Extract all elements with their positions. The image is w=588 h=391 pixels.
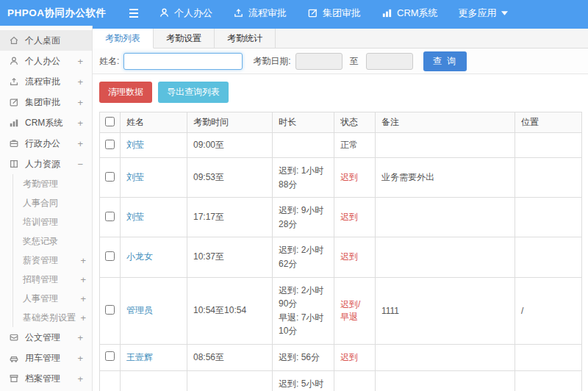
row-checkbox[interactable] <box>105 305 115 315</box>
hr-book-icon <box>9 159 19 169</box>
edit-square-icon <box>9 97 19 107</box>
table-row: 王壹辉 08:56至 迟到: 56分 迟到 <box>100 344 582 370</box>
employee-name-cell: 小龙女 <box>121 237 187 277</box>
row-checkbox[interactable] <box>105 140 115 149</box>
expand-icon[interactable]: + <box>77 274 86 285</box>
note-cell: 1111 <box>376 277 515 344</box>
expand-icon[interactable]: + <box>77 293 86 304</box>
select-all-cell <box>100 112 121 133</box>
topnav-item-label: 流程审批 <box>248 7 287 20</box>
sidebar-item-document-management[interactable]: 公文管理+ <box>0 327 92 348</box>
topnav-item-personal-office[interactable]: 个人办公 <box>148 0 223 26</box>
sidebar-item-human-resources[interactable]: 人力资源− <box>0 154 92 174</box>
row-checkbox-cell <box>100 133 121 158</box>
topnav-item-workflow-approval[interactable]: 流程审批 <box>223 0 297 26</box>
sidebar-item-label: 公文管理 <box>25 331 60 344</box>
table-header-row: 姓名 考勤时间 时长 状态 备注 位置 <box>100 112 582 133</box>
sidebar-item-personnel-contract[interactable]: 人事合同 <box>12 193 92 212</box>
date-from-input[interactable] <box>295 53 343 70</box>
location-cell <box>515 344 582 370</box>
sidebar-item-label: 奖惩记录 <box>23 235 58 248</box>
sidebar-item-label: 集团审批 <box>25 96 60 109</box>
location-cell: / <box>515 277 582 344</box>
sidebar-item-workflow-approval[interactable]: 流程审批+ <box>0 71 92 92</box>
status-cell: 迟到/早退 <box>334 277 376 344</box>
sidebar-item-recruitment-management[interactable]: 招聘管理+ <box>12 270 92 289</box>
employee-name-link[interactable]: 王壹辉 <box>126 352 153 362</box>
location-cell <box>515 133 582 158</box>
row-checkbox[interactable] <box>105 212 115 221</box>
expand-icon[interactable]: + <box>74 373 83 384</box>
expand-icon[interactable]: + <box>74 76 83 87</box>
sidebar-item-group-approval[interactable]: 集团审批+ <box>0 92 92 112</box>
expand-icon[interactable]: + <box>74 332 83 343</box>
sidebar-item-basic-category-settings[interactable]: 基础类别设置+ <box>12 308 92 327</box>
sidebar-item-label: 人力资源 <box>25 158 60 171</box>
expand-icon[interactable]: + <box>74 56 83 67</box>
collapse-icon[interactable]: − <box>74 159 83 170</box>
expand-icon[interactable]: + <box>74 138 83 149</box>
table-row: 小龙女 10:37至 迟到: 2小时62分 迟到 <box>100 237 582 277</box>
app-title: PHPOA协同办公软件 <box>0 7 119 20</box>
expand-icon[interactable]: + <box>74 353 83 364</box>
search-button[interactable]: 查 询 <box>423 51 467 71</box>
sidebar-item-label: 人事管理 <box>23 293 58 305</box>
topnav-item-crm-system[interactable]: CRM系统 <box>371 0 448 26</box>
attendance-time-cell: 09:53至 <box>187 158 273 198</box>
employee-name-link[interactable]: 刘莹 <box>126 140 144 150</box>
menu-toggle-icon[interactable] <box>119 8 148 18</box>
clean-data-button[interactable]: 清理数据 <box>99 82 152 103</box>
sidebar-item-admin-office[interactable]: 行政办公+ <box>0 133 92 154</box>
user-icon <box>9 56 19 66</box>
status-cell: 正常 <box>334 133 376 158</box>
select-all-checkbox[interactable] <box>105 117 115 126</box>
sidebar-item-crm-system[interactable]: CRM系统+ <box>0 112 92 133</box>
row-checkbox[interactable] <box>105 172 115 182</box>
employee-name-cell: 黄蓉 <box>121 370 187 391</box>
sidebar-item-personal-office[interactable]: 个人办公+ <box>0 51 92 71</box>
sidebar-item-vehicle-management[interactable]: 用车管理+ <box>0 348 92 368</box>
duration-cell: 迟到: 9小时28分 <box>273 198 334 237</box>
sidebar-item-personnel-management[interactable]: 人事管理+ <box>12 289 92 308</box>
note-cell <box>376 344 515 370</box>
sidebar-item-salary-management[interactable]: 薪资管理+ <box>12 251 92 270</box>
sidebar-item-label: 个人桌面 <box>25 35 60 47</box>
expand-icon[interactable]: + <box>74 118 83 129</box>
table-row: 管理员 10:54至10:54 迟到: 2小时90分 早退: 7小时10分 迟到… <box>100 277 582 344</box>
sidebar-item-attendance-management[interactable]: 考勤管理 <box>12 174 92 193</box>
sidebar-item-reward-punishment-records[interactable]: 奖惩记录 <box>12 232 92 251</box>
topnav-item-more-apps[interactable]: 更多应用 <box>448 0 518 26</box>
sidebar-item-archive-management[interactable]: 档案管理+ <box>0 368 92 389</box>
car-icon <box>9 353 19 363</box>
employee-name-cell: 管理员 <box>121 277 187 344</box>
sidebar-item-label: 考勤管理 <box>23 178 58 190</box>
name-input[interactable] <box>123 53 243 70</box>
filter-bar: 姓名: 考勤日期: 至 查 询 <box>93 49 588 74</box>
tab-attendance-settings[interactable]: 考勤设置 <box>154 29 215 48</box>
employee-name-link[interactable]: 刘莹 <box>126 212 144 222</box>
header-name: 姓名 <box>121 112 187 133</box>
tab-attendance-statistics[interactable]: 考勤统计 <box>215 29 276 48</box>
expand-icon[interactable]: + <box>77 255 86 266</box>
expand-icon[interactable]: + <box>74 97 83 108</box>
sidebar-item-label: 个人办公 <box>25 55 60 68</box>
employee-name-link[interactable]: 管理员 <box>126 305 153 315</box>
row-checkbox[interactable] <box>105 351 115 361</box>
sidebar-item-training-management[interactable]: 培训管理 <box>12 212 92 232</box>
row-checkbox[interactable] <box>105 251 115 261</box>
topnav-item-group-approval[interactable]: 集团审批 <box>297 0 371 26</box>
export-list-button[interactable]: 导出查询列表 <box>158 82 229 103</box>
table-row: 刘莹 09:53至 迟到: 1小时88分 迟到 业务需要外出 <box>100 158 582 198</box>
date-to-input[interactable] <box>366 53 413 70</box>
employee-name-link[interactable]: 刘莹 <box>126 172 144 182</box>
expand-icon[interactable]: + <box>77 312 86 323</box>
note-cell <box>376 370 515 391</box>
edit-square-icon <box>307 7 318 18</box>
sidebar-item-label: 薪资管理 <box>23 254 58 267</box>
to-label: 至 <box>350 55 359 68</box>
sidebar-item-label: 招聘管理 <box>23 273 58 286</box>
tab-attendance-list[interactable]: 考勤列表 <box>93 29 154 49</box>
employee-name-cell: 王壹辉 <box>121 344 187 370</box>
sidebar-item-personal-desktop[interactable]: 个人桌面 <box>0 30 92 51</box>
employee-name-link[interactable]: 小龙女 <box>126 251 153 262</box>
